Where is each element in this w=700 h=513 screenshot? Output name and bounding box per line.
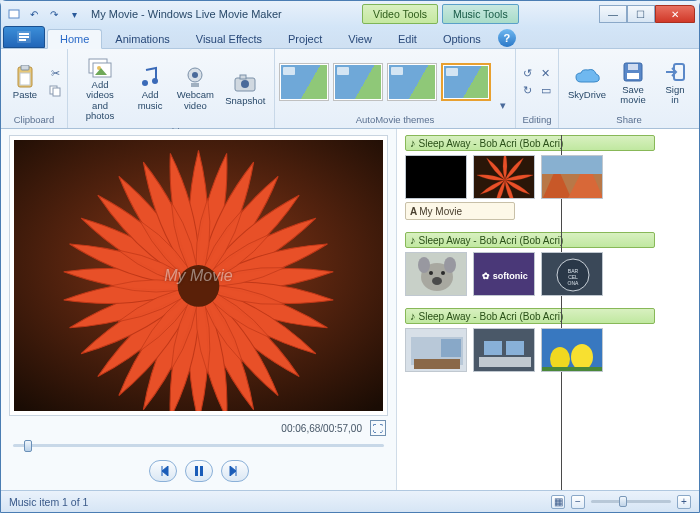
paste-label: Paste — [13, 90, 37, 100]
content-area: My Movie 00:06,68/00:57,00 ⛶ ♪Sleep Away… — [1, 129, 699, 490]
group-automovie-label: AutoMovie themes — [279, 113, 511, 126]
qat-new-icon[interactable] — [5, 5, 23, 23]
svg-rect-54 — [479, 357, 531, 367]
tab-animations[interactable]: Animations — [102, 29, 182, 48]
delete-icon[interactable]: ✕ — [538, 66, 554, 82]
thumbnails-view-icon[interactable]: ▦ — [551, 495, 565, 509]
tab-project[interactable]: Project — [275, 29, 335, 48]
svg-point-38 — [418, 257, 430, 273]
scrub-thumb[interactable] — [24, 440, 32, 452]
add-videos-photos-button[interactable]: Add videos and photos — [72, 51, 128, 125]
help-icon[interactable]: ? — [498, 29, 516, 47]
note-icon: ♪ — [410, 137, 416, 149]
contextual-tabs: Video Tools Music Tools — [362, 4, 519, 24]
track-2: ♪Sleep Away - Bob Acri (Bob Acri) ✿ soft… — [405, 232, 691, 296]
title-clip-1[interactable]: AMy Movie — [405, 202, 515, 220]
svg-point-36 — [441, 271, 445, 275]
clip-3-2[interactable] — [473, 328, 535, 372]
svg-rect-3 — [19, 36, 29, 38]
play-pause-button[interactable] — [185, 460, 213, 482]
preview-image — [14, 140, 383, 411]
music-tools-tab[interactable]: Music Tools — [442, 4, 519, 24]
music-clip-2-label: Sleep Away - Bob Acri (Bob Acri) — [419, 235, 564, 246]
copy-icon[interactable] — [47, 83, 63, 99]
fullscreen-button[interactable]: ⛶ — [370, 420, 386, 436]
clip-1-1[interactable] — [405, 155, 467, 199]
clip-2-2[interactable]: ✿ softonic — [473, 252, 535, 296]
svg-text:ONA: ONA — [568, 280, 580, 286]
preview-pane: My Movie 00:06,68/00:57,00 ⛶ — [1, 129, 396, 490]
save-movie-button[interactable]: Save movie — [613, 56, 653, 109]
clipboard-icon — [11, 64, 39, 90]
zoom-thumb[interactable] — [619, 496, 627, 507]
clip-1-2[interactable] — [473, 155, 535, 199]
status-bar: Music item 1 of 1 ▦ − + — [1, 490, 699, 512]
video-tools-tab[interactable]: Video Tools — [362, 4, 438, 24]
clip-3-1[interactable] — [405, 328, 467, 372]
webcam-button[interactable]: Webcam video — [172, 61, 219, 114]
theme-1[interactable] — [279, 63, 329, 101]
redo-icon[interactable]: ↷ — [45, 5, 63, 23]
music-clip-2[interactable]: ♪Sleep Away - Bob Acri (Bob Acri) — [405, 232, 655, 248]
clips-row-2: ✿ softonic BARCELONA — [405, 252, 691, 296]
timeline-pane[interactable]: ♪Sleep Away - Bob Acri (Bob Acri) AMy Mo… — [396, 129, 699, 490]
tab-options[interactable]: Options — [430, 29, 494, 48]
theme-3[interactable] — [387, 63, 437, 101]
music-clip-3[interactable]: ♪Sleep Away - Bob Acri (Bob Acri) — [405, 308, 655, 324]
clip-2-3[interactable]: BARCELONA — [541, 252, 603, 296]
tab-visual-effects[interactable]: Visual Effects — [183, 29, 275, 48]
time-row: 00:06,68/00:57,00 ⛶ — [9, 416, 388, 436]
prev-frame-button[interactable] — [149, 460, 177, 482]
tab-edit[interactable]: Edit — [385, 29, 430, 48]
qat-dropdown-icon[interactable]: ▾ — [65, 5, 83, 23]
theme-2[interactable] — [333, 63, 383, 101]
scrub-bar[interactable] — [9, 436, 388, 454]
snapshot-button[interactable]: Snapshot — [221, 67, 270, 109]
svg-point-57 — [571, 344, 593, 370]
select-all-icon[interactable]: ▭ — [538, 83, 554, 99]
note-icon: ♪ — [410, 310, 416, 322]
close-button[interactable]: ✕ — [655, 5, 695, 23]
paste-button[interactable]: Paste — [5, 61, 45, 103]
clip-2-1[interactable] — [405, 252, 467, 296]
next-frame-button[interactable] — [221, 460, 249, 482]
cut-icon[interactable]: ✂ — [47, 66, 63, 82]
svg-rect-4 — [19, 39, 26, 41]
svg-rect-23 — [628, 64, 638, 70]
tab-view[interactable]: View — [335, 29, 385, 48]
rotate-left-icon[interactable]: ↺ — [520, 66, 536, 82]
svg-rect-58 — [542, 367, 603, 372]
rotate-right-icon[interactable]: ↻ — [520, 83, 536, 99]
svg-rect-0 — [9, 10, 19, 18]
clip-1-3[interactable] — [541, 155, 603, 199]
file-menu-button[interactable] — [3, 26, 45, 48]
tab-home[interactable]: Home — [47, 29, 102, 49]
zoom-in-button[interactable]: + — [677, 495, 691, 509]
signin-button[interactable]: Sign in — [655, 56, 695, 109]
themes-more-icon[interactable]: ▾ — [495, 97, 511, 113]
minimize-button[interactable]: — — [599, 5, 627, 23]
theme-4-selected[interactable] — [441, 63, 491, 101]
music-clip-1[interactable]: ♪Sleep Away - Bob Acri (Bob Acri) — [405, 135, 655, 151]
svg-point-37 — [432, 277, 442, 285]
svg-rect-7 — [20, 73, 30, 85]
add-videos-photos-label: Add videos and photos — [77, 80, 123, 122]
add-music-button[interactable]: Add music — [130, 61, 170, 114]
skydrive-button[interactable]: SkyDrive — [563, 61, 611, 103]
camera-icon — [231, 70, 259, 96]
zoom-out-button[interactable]: − — [571, 495, 585, 509]
clips-row-1 — [405, 155, 691, 199]
cloud-icon — [573, 64, 601, 90]
add-music-label: Add music — [138, 90, 163, 111]
group-editing: ↺✕ ↻▭ Editing — [516, 49, 559, 128]
undo-icon[interactable]: ↶ — [25, 5, 43, 23]
clip-3-3[interactable] — [541, 328, 603, 372]
zoom-slider[interactable] — [591, 500, 671, 503]
svg-point-35 — [429, 271, 433, 275]
group-share-label: Share — [563, 113, 695, 126]
maximize-button[interactable]: ☐ — [627, 5, 655, 23]
svg-text:✿ softonic: ✿ softonic — [482, 271, 528, 281]
quick-access-toolbar: ↶ ↷ ▾ — [5, 5, 83, 23]
svg-rect-52 — [484, 341, 502, 355]
svg-rect-29 — [200, 466, 203, 476]
